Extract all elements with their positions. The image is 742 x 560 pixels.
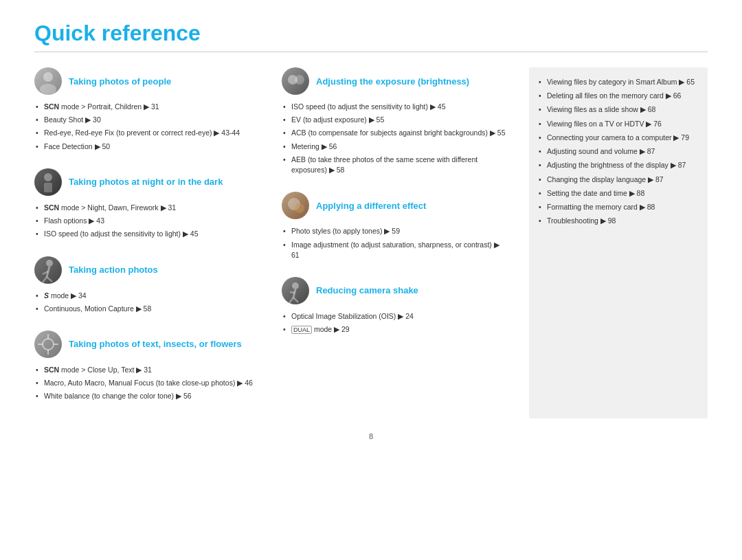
list-item: Image adjustment (to adjust saturation, … bbox=[283, 238, 508, 262]
list-item: Continuous, Motion Capture ▶ 58 bbox=[36, 302, 261, 315]
content-grid: Taking photos of people SCN mode > Portr… bbox=[34, 67, 708, 418]
list-item: SCN mode > Portrait, Children ▶ 31 bbox=[36, 100, 261, 113]
middle-column: Adjusting the exposure (brightness) ISO … bbox=[282, 67, 508, 418]
section-people: Taking photos of people SCN mode > Portr… bbox=[34, 67, 261, 153]
right-sidebar: Viewing files by category in Smart Album… bbox=[529, 67, 708, 418]
section-people-header: Taking photos of people bbox=[34, 67, 261, 95]
section-macro-header: Taking photos of text, insects, or flowe… bbox=[34, 331, 261, 358]
svg-point-0 bbox=[43, 72, 53, 82]
section-shake-header: Reducing camera shake bbox=[282, 277, 508, 304]
svg-point-9 bbox=[43, 339, 54, 350]
list-item: Viewing files by category in Smart Album… bbox=[539, 76, 698, 89]
svg-point-4 bbox=[46, 260, 53, 267]
section-macro-title: Taking photos of text, insects, or flowe… bbox=[69, 339, 242, 349]
svg-line-20 bbox=[289, 298, 293, 303]
section-shake-title: Reducing camera shake bbox=[316, 285, 418, 295]
section-night-header: Taking photos at night or in the dark bbox=[34, 168, 261, 196]
left-column: Taking photos of people SCN mode > Portr… bbox=[34, 67, 261, 418]
section-people-list: SCN mode > Portrait, Children ▶ 31 Beaut… bbox=[34, 100, 261, 153]
section-action-header: Taking action photos bbox=[34, 256, 261, 284]
svg-point-1 bbox=[40, 84, 56, 95]
list-item: Viewing files on a TV or HDTV ▶ 76 bbox=[539, 117, 698, 131]
section-action-title: Taking action photos bbox=[69, 265, 158, 275]
list-item: S mode ▶ 34 bbox=[36, 289, 261, 302]
section-exposure-header: Adjusting the exposure (brightness) bbox=[282, 67, 508, 95]
svg-rect-3 bbox=[44, 183, 52, 192]
list-item: Deleting all files on the memory card ▶ … bbox=[539, 89, 698, 103]
section-action-icon bbox=[34, 256, 62, 284]
section-effect-title: Applying a different effect bbox=[316, 201, 426, 211]
list-item: ISO speed (to adjust the sensitivity to … bbox=[36, 227, 261, 240]
list-item: Optical Image Stabilization (OIS) ▶ 24 bbox=[283, 310, 508, 323]
list-item: Troubleshooting ▶ 98 bbox=[539, 214, 698, 228]
section-exposure-title: Adjusting the exposure (brightness) bbox=[316, 76, 469, 87]
list-item: Flash options ▶ 43 bbox=[36, 214, 261, 227]
list-item: Changing the display language ▶ 87 bbox=[539, 173, 698, 187]
svg-line-8 bbox=[47, 277, 52, 282]
list-item: SCN mode > Night, Dawn, Firework ▶ 31 bbox=[36, 201, 261, 214]
list-item: AEB (to take three photos of the same sc… bbox=[283, 153, 508, 177]
section-people-icon bbox=[34, 67, 62, 95]
section-effect-header: Applying a different effect bbox=[282, 192, 508, 219]
list-item: Photo styles (to apply tones) ▶ 59 bbox=[283, 225, 508, 238]
section-exposure-icon bbox=[282, 67, 309, 95]
list-item: Connecting your camera to a computer ▶ 7… bbox=[539, 131, 698, 145]
list-item: Face Detection ▶ 50 bbox=[36, 140, 261, 153]
section-effect-icon bbox=[282, 192, 309, 219]
list-item: Viewing files as a slide show ▶ 68 bbox=[539, 103, 698, 117]
section-macro-icon bbox=[34, 331, 62, 358]
svg-point-17 bbox=[295, 203, 304, 213]
section-people-title: Taking photos of people bbox=[69, 76, 171, 87]
section-action-list: S mode ▶ 34 Continuous, Motion Capture ▶… bbox=[34, 289, 261, 315]
list-item: Beauty Shot ▶ 30 bbox=[36, 113, 261, 126]
section-shake-list: Optical Image Stabilization (OIS) ▶ 24 D… bbox=[282, 310, 508, 336]
svg-point-15 bbox=[295, 75, 304, 85]
section-macro: Taking photos of text, insects, or flowe… bbox=[34, 331, 261, 403]
list-item: EV (to adjust exposure) ▶ 55 bbox=[283, 113, 508, 126]
section-effect-list: Photo styles (to apply tones) ▶ 59 Image… bbox=[282, 225, 508, 262]
list-item: Setting the date and time ▶ 88 bbox=[539, 187, 698, 201]
list-item: SCN mode > Close Up, Text ▶ 31 bbox=[36, 363, 261, 377]
list-item: White balance (to change the color tone)… bbox=[36, 390, 261, 403]
list-item: ISO speed (to adjust the sensitivity to … bbox=[283, 100, 508, 113]
page-title: Quick reference bbox=[34, 21, 708, 46]
svg-line-21 bbox=[293, 298, 298, 302]
section-night: Taking photos at night or in the dark SC… bbox=[34, 168, 261, 241]
sidebar-list: Viewing files by category in Smart Album… bbox=[539, 76, 698, 228]
section-night-icon bbox=[34, 168, 62, 196]
title-divider bbox=[34, 52, 708, 52]
page-number: 8 bbox=[34, 432, 708, 440]
list-item: Metering ▶ 56 bbox=[283, 140, 508, 153]
svg-point-2 bbox=[44, 173, 52, 181]
svg-line-7 bbox=[43, 277, 47, 282]
section-night-list: SCN mode > Night, Dawn, Firework ▶ 31 Fl… bbox=[34, 201, 261, 241]
list-item: Macro, Auto Macro, Manual Focus (to take… bbox=[36, 377, 261, 390]
list-item: Red-eye, Red-eye Fix (to prevent or corr… bbox=[36, 126, 261, 139]
list-item: DUAL mode ▶ 29 bbox=[283, 323, 508, 336]
section-night-title: Taking photos at night or in the dark bbox=[69, 177, 223, 187]
list-item: Formatting the memory card ▶ 88 bbox=[539, 201, 698, 214]
svg-point-18 bbox=[292, 282, 299, 289]
section-shake-icon bbox=[282, 277, 309, 304]
section-macro-list: SCN mode > Close Up, Text ▶ 31 Macro, Au… bbox=[34, 363, 261, 403]
section-effect: Applying a different effect Photo styles… bbox=[282, 192, 508, 262]
section-action: Taking action photos S mode ▶ 34 Continu… bbox=[34, 256, 261, 315]
section-shake: Reducing camera shake Optical Image Stab… bbox=[282, 277, 508, 336]
svg-line-22 bbox=[290, 292, 295, 293]
section-exposure: Adjusting the exposure (brightness) ISO … bbox=[282, 67, 508, 177]
section-exposure-list: ISO speed (to adjust the sensitivity to … bbox=[282, 100, 508, 177]
list-item: ACB (to compensate for subjects against … bbox=[283, 126, 508, 139]
list-item: Adjusting the brightness of the display … bbox=[539, 159, 698, 172]
list-item: Adjusting sound and volume ▶ 87 bbox=[539, 145, 698, 159]
